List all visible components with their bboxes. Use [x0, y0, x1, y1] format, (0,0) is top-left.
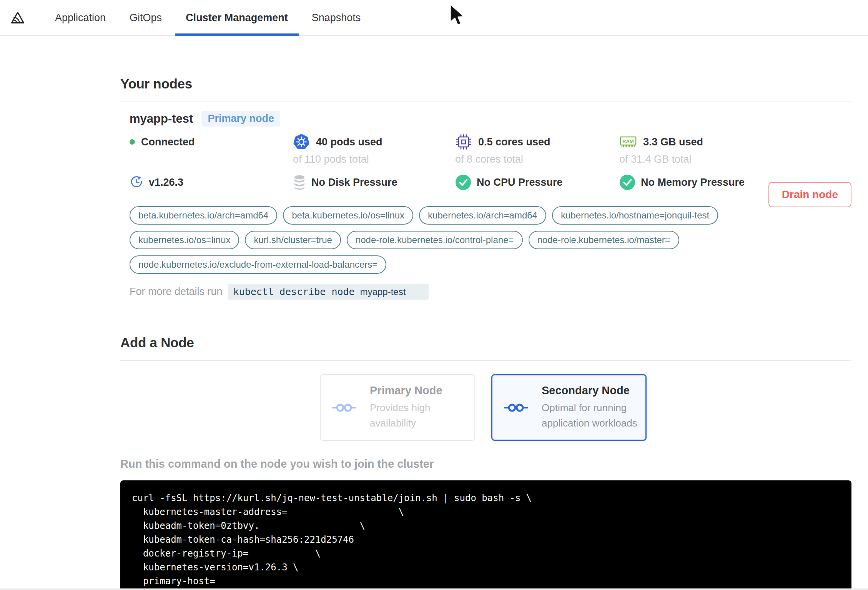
cpu-pressure-label: No CPU Pressure — [477, 177, 563, 188]
tab-cluster-management[interactable]: Cluster Management — [175, 0, 299, 35]
pods-total-label: of 110 pods total — [293, 153, 455, 165]
check-circle-icon — [619, 174, 635, 190]
cpu-pressure-condition: No CPU Pressure — [455, 174, 619, 191]
kubectl-describe-chip: kubectl describe node myapp-test — [228, 284, 429, 300]
add-node-title: Add a Node — [120, 335, 851, 350]
cores-used-label: 0.5 cores used — [478, 136, 550, 148]
details-hint: For more details run kubectl describe no… — [130, 284, 851, 300]
node-version: v1.26.3 — [130, 174, 293, 191]
version-icon — [130, 175, 143, 189]
node-label-pill: node-role.kubernetes.io/master= — [529, 231, 679, 249]
node-label-pill: beta.kubernetes.io/os=linux — [283, 206, 413, 225]
cores-total-label: of 8 cores total — [455, 153, 619, 165]
memory-used-label: 3.3 GB used — [643, 136, 703, 148]
join-command-text: curl -fsSL https://kurl.sh/jq-new-test-u… — [132, 491, 840, 588]
secondary-node-option-title: Secondary Node — [542, 384, 638, 397]
tab-gitops[interactable]: GitOps — [119, 0, 173, 35]
app-logo-icon — [11, 10, 25, 25]
node-version-label: v1.26.3 — [149, 177, 183, 188]
node-label-pill: kubernetes.io/hostname=jonquil-test — [552, 206, 718, 225]
kubectl-command: kubectl describe node — [233, 286, 355, 297]
join-instruction: Run this command on the node you wish to… — [120, 458, 851, 470]
your-nodes-title: Your nodes — [120, 76, 851, 92]
primary-node-option-title: Primary Node — [370, 384, 466, 397]
memory-stat: RAM 3.3 GB used — [619, 133, 851, 165]
section-divider — [120, 360, 851, 361]
check-circle-icon — [455, 174, 471, 190]
connected-dot-icon — [130, 139, 135, 145]
node-label-pill: node-role.kubernetes.io/control-plane= — [347, 231, 523, 249]
node-link-icon — [331, 402, 357, 413]
drain-node-button[interactable]: Drain node — [768, 182, 851, 207]
main-tabs: Application GitOps Cluster Management Sn… — [43, 0, 372, 35]
memory-pressure-label: No Memory Pressure — [641, 177, 745, 188]
primary-node-option-description: Provides high availability — [370, 400, 466, 431]
node-label-pill: kurl.sh/cluster=true — [245, 231, 341, 249]
kubectl-node-name: myapp-test — [360, 287, 406, 297]
primary-node-badge: Primary node — [201, 111, 280, 127]
disk-pressure-condition: No Disk Pressure — [293, 174, 455, 191]
join-command-block: curl -fsSL https://kurl.sh/jq-new-test-u… — [120, 480, 851, 590]
secondary-node-option-description: Optimal for running application workload… — [542, 400, 638, 431]
pods-stat: 40 pods used of 110 pods total — [293, 133, 455, 165]
node-status-label: Connected — [141, 136, 195, 148]
node-status: Connected — [130, 133, 293, 150]
node-label-pill: kubernetes.io/os=linux — [130, 231, 239, 249]
node-label-pill: beta.kubernetes.io/arch=amd64 — [130, 206, 277, 225]
node-card: Drain node myapp-test Primary node Conne… — [120, 102, 851, 300]
node-type-options: Primary Node Provides high availability … — [320, 374, 851, 441]
disk-pressure-label: No Disk Pressure — [311, 177, 397, 188]
node-labels: beta.kubernetes.io/arch=amd64 beta.kuber… — [130, 206, 741, 274]
secondary-node-option[interactable]: Secondary Node Optimal for running appli… — [491, 374, 647, 441]
node-label-pill: kubernetes.io/arch=amd64 — [419, 206, 546, 225]
memory-total-label: of 31.4 GB total — [619, 153, 851, 165]
cpu-icon — [455, 133, 472, 150]
svg-text:RAM: RAM — [622, 138, 634, 144]
top-navigation-bar: Application GitOps Cluster Management Sn… — [0, 0, 868, 36]
node-link-icon — [503, 402, 529, 413]
tab-application[interactable]: Application — [44, 0, 116, 35]
kubernetes-icon — [293, 133, 310, 150]
disk-icon — [293, 174, 306, 190]
ram-icon: RAM — [619, 134, 637, 150]
details-prefix: For more details run — [130, 286, 223, 298]
pods-used-label: 40 pods used — [316, 136, 382, 148]
cpu-stat: 0.5 cores used of 8 cores total — [455, 133, 619, 165]
window-bottom-edge — [0, 588, 868, 590]
primary-node-option[interactable]: Primary Node Provides high availability — [320, 374, 475, 441]
node-stats-grid: Connected — [130, 133, 851, 191]
node-name: myapp-test — [130, 112, 193, 126]
node-label-pill: node.kubernetes.io/exclude-from-external… — [130, 255, 386, 274]
tab-snapshots[interactable]: Snapshots — [301, 0, 372, 35]
